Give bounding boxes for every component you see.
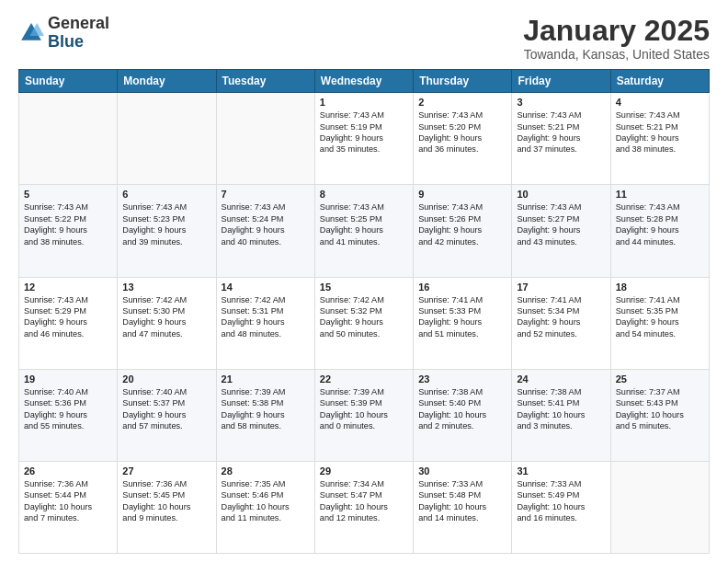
- day-number: 27: [122, 465, 210, 477]
- calendar-cell: [19, 93, 118, 185]
- calendar-cell: 10Sunrise: 7:43 AM Sunset: 5:27 PM Dayli…: [512, 185, 610, 277]
- day-number: 21: [222, 373, 310, 385]
- calendar-cell: 28Sunrise: 7:35 AM Sunset: 5:46 PM Dayli…: [216, 461, 314, 553]
- calendar-cell: 4Sunrise: 7:43 AM Sunset: 5:21 PM Daylig…: [610, 93, 709, 185]
- day-number: 28: [222, 465, 310, 477]
- day-number: 10: [517, 189, 605, 200]
- day-info: Sunrise: 7:43 AM Sunset: 5:21 PM Dayligh…: [616, 109, 704, 155]
- calendar-cell: 2Sunrise: 7:43 AM Sunset: 5:20 PM Daylig…: [414, 93, 512, 185]
- calendar-week-row: 19Sunrise: 7:40 AM Sunset: 5:36 PM Dayli…: [19, 369, 710, 461]
- calendar-cell: [216, 93, 314, 185]
- day-info: Sunrise: 7:36 AM Sunset: 5:45 PM Dayligh…: [122, 478, 210, 524]
- col-sunday: Sunday: [19, 70, 118, 93]
- day-number: 12: [24, 282, 112, 293]
- logo: General Blue: [18, 15, 109, 52]
- calendar-cell: 6Sunrise: 7:43 AM Sunset: 5:23 PM Daylig…: [118, 185, 216, 277]
- day-number: 17: [517, 282, 605, 293]
- day-info: Sunrise: 7:40 AM Sunset: 5:37 PM Dayligh…: [122, 386, 210, 432]
- day-info: Sunrise: 7:42 AM Sunset: 5:32 PM Dayligh…: [320, 294, 408, 340]
- day-info: Sunrise: 7:41 AM Sunset: 5:34 PM Dayligh…: [517, 294, 605, 340]
- calendar-cell: 22Sunrise: 7:39 AM Sunset: 5:39 PM Dayli…: [314, 369, 413, 461]
- day-number: 4: [616, 97, 704, 108]
- day-number: 13: [122, 282, 210, 293]
- calendar-cell: [118, 93, 216, 185]
- day-number: 6: [122, 189, 210, 200]
- calendar-cell: 3Sunrise: 7:43 AM Sunset: 5:21 PM Daylig…: [512, 93, 610, 185]
- day-info: Sunrise: 7:43 AM Sunset: 5:28 PM Dayligh…: [616, 201, 704, 247]
- day-number: 29: [320, 465, 408, 477]
- calendar-cell: 16Sunrise: 7:41 AM Sunset: 5:33 PM Dayli…: [414, 277, 512, 369]
- col-monday: Monday: [118, 70, 216, 93]
- calendar-cell: 5Sunrise: 7:43 AM Sunset: 5:22 PM Daylig…: [19, 185, 118, 277]
- calendar-cell: 24Sunrise: 7:38 AM Sunset: 5:41 PM Dayli…: [512, 369, 610, 461]
- calendar-cell: 1Sunrise: 7:43 AM Sunset: 5:19 PM Daylig…: [314, 93, 413, 185]
- day-number: 23: [418, 373, 506, 385]
- calendar-cell: 11Sunrise: 7:43 AM Sunset: 5:28 PM Dayli…: [610, 185, 709, 277]
- day-number: 7: [222, 189, 310, 200]
- calendar-week-row: 5Sunrise: 7:43 AM Sunset: 5:22 PM Daylig…: [19, 185, 710, 277]
- day-number: 22: [320, 373, 408, 385]
- calendar-cell: 9Sunrise: 7:43 AM Sunset: 5:26 PM Daylig…: [414, 185, 512, 277]
- day-info: Sunrise: 7:43 AM Sunset: 5:29 PM Dayligh…: [24, 294, 112, 340]
- calendar-title: January 2025: [523, 15, 710, 47]
- day-number: 26: [24, 465, 112, 477]
- day-number: 15: [320, 282, 408, 293]
- calendar-cell: 20Sunrise: 7:40 AM Sunset: 5:37 PM Dayli…: [118, 369, 216, 461]
- day-info: Sunrise: 7:33 AM Sunset: 5:48 PM Dayligh…: [418, 478, 506, 524]
- day-number: 9: [418, 189, 506, 200]
- col-friday: Friday: [512, 70, 610, 93]
- day-info: Sunrise: 7:39 AM Sunset: 5:38 PM Dayligh…: [222, 386, 310, 432]
- logo-text: General Blue: [48, 15, 109, 52]
- calendar-cell: 15Sunrise: 7:42 AM Sunset: 5:32 PM Dayli…: [314, 277, 413, 369]
- day-number: 16: [418, 282, 506, 293]
- col-wednesday: Wednesday: [314, 70, 413, 93]
- calendar-cell: 27Sunrise: 7:36 AM Sunset: 5:45 PM Dayli…: [118, 461, 216, 553]
- page: General Blue January 2025 Towanda, Kansa…: [0, 0, 728, 563]
- day-info: Sunrise: 7:43 AM Sunset: 5:19 PM Dayligh…: [320, 109, 408, 155]
- calendar-cell: 12Sunrise: 7:43 AM Sunset: 5:29 PM Dayli…: [19, 277, 118, 369]
- day-number: 31: [517, 465, 605, 477]
- day-info: Sunrise: 7:38 AM Sunset: 5:41 PM Dayligh…: [517, 386, 605, 432]
- calendar-week-row: 1Sunrise: 7:43 AM Sunset: 5:19 PM Daylig…: [19, 93, 710, 185]
- logo-general-text: General: [48, 14, 109, 32]
- calendar-cell: 21Sunrise: 7:39 AM Sunset: 5:38 PM Dayli…: [216, 369, 314, 461]
- calendar-cell: 26Sunrise: 7:36 AM Sunset: 5:44 PM Dayli…: [19, 461, 118, 553]
- calendar-cell: 23Sunrise: 7:38 AM Sunset: 5:40 PM Dayli…: [414, 369, 512, 461]
- calendar-cell: 19Sunrise: 7:40 AM Sunset: 5:36 PM Dayli…: [19, 369, 118, 461]
- calendar-cell: 18Sunrise: 7:41 AM Sunset: 5:35 PM Dayli…: [610, 277, 709, 369]
- day-info: Sunrise: 7:34 AM Sunset: 5:47 PM Dayligh…: [320, 478, 408, 524]
- day-info: Sunrise: 7:43 AM Sunset: 5:20 PM Dayligh…: [418, 109, 506, 155]
- day-info: Sunrise: 7:43 AM Sunset: 5:24 PM Dayligh…: [222, 201, 310, 247]
- title-block: January 2025 Towanda, Kansas, United Sta…: [523, 15, 710, 62]
- day-info: Sunrise: 7:39 AM Sunset: 5:39 PM Dayligh…: [320, 386, 408, 432]
- col-saturday: Saturday: [610, 70, 709, 93]
- calendar-cell: 7Sunrise: 7:43 AM Sunset: 5:24 PM Daylig…: [216, 185, 314, 277]
- day-info: Sunrise: 7:40 AM Sunset: 5:36 PM Dayligh…: [24, 386, 112, 432]
- logo-blue-text: Blue: [48, 32, 84, 51]
- calendar-cell: 17Sunrise: 7:41 AM Sunset: 5:34 PM Dayli…: [512, 277, 610, 369]
- day-info: Sunrise: 7:43 AM Sunset: 5:27 PM Dayligh…: [517, 201, 605, 247]
- day-info: Sunrise: 7:37 AM Sunset: 5:43 PM Dayligh…: [616, 386, 704, 432]
- col-tuesday: Tuesday: [216, 70, 314, 93]
- calendar-cell: 30Sunrise: 7:33 AM Sunset: 5:48 PM Dayli…: [414, 461, 512, 553]
- header: General Blue January 2025 Towanda, Kansa…: [18, 15, 710, 62]
- day-number: 19: [24, 373, 112, 385]
- day-number: 18: [616, 282, 704, 293]
- calendar-cell: 13Sunrise: 7:42 AM Sunset: 5:30 PM Dayli…: [118, 277, 216, 369]
- day-info: Sunrise: 7:38 AM Sunset: 5:40 PM Dayligh…: [418, 386, 506, 432]
- logo-icon: [18, 20, 44, 46]
- calendar-week-row: 26Sunrise: 7:36 AM Sunset: 5:44 PM Dayli…: [19, 461, 710, 553]
- day-number: 20: [122, 373, 210, 385]
- day-number: 8: [320, 189, 408, 200]
- day-info: Sunrise: 7:33 AM Sunset: 5:49 PM Dayligh…: [517, 478, 605, 524]
- day-info: Sunrise: 7:42 AM Sunset: 5:30 PM Dayligh…: [122, 294, 210, 340]
- calendar-cell: 14Sunrise: 7:42 AM Sunset: 5:31 PM Dayli…: [216, 277, 314, 369]
- day-info: Sunrise: 7:43 AM Sunset: 5:23 PM Dayligh…: [122, 201, 210, 247]
- day-number: 30: [418, 465, 506, 477]
- day-info: Sunrise: 7:41 AM Sunset: 5:33 PM Dayligh…: [418, 294, 506, 340]
- calendar-cell: 25Sunrise: 7:37 AM Sunset: 5:43 PM Dayli…: [610, 369, 709, 461]
- day-number: 25: [616, 373, 704, 385]
- day-info: Sunrise: 7:43 AM Sunset: 5:22 PM Dayligh…: [24, 201, 112, 247]
- day-info: Sunrise: 7:41 AM Sunset: 5:35 PM Dayligh…: [616, 294, 704, 340]
- day-info: Sunrise: 7:43 AM Sunset: 5:26 PM Dayligh…: [418, 201, 506, 247]
